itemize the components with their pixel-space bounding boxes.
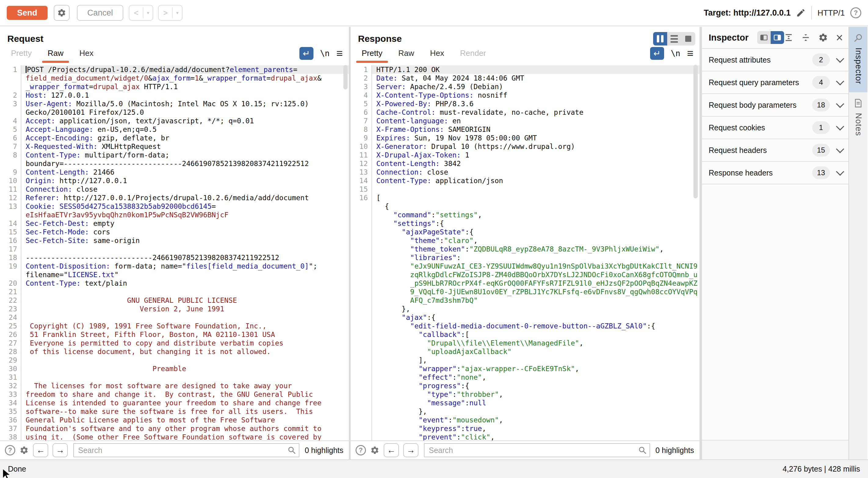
- code-line[interactable]: 9_VQqLf0-JjUEwn8U1ov0EY_rZPBLJ1Yc7KLFsfq…: [351, 288, 700, 296]
- response-tab-render[interactable]: Render: [452, 49, 494, 63]
- code-line[interactable]: "settings":{: [351, 219, 700, 228]
- code-line[interactable]: 25 Copyright (C) 1989, 1991 Free Softwar…: [0, 322, 349, 330]
- request-tab-raw[interactable]: Raw: [40, 49, 71, 63]
- layout-single-button[interactable]: [681, 32, 695, 46]
- code-line[interactable]: 14Sec-Fetch-Dest: empty: [0, 219, 349, 228]
- inspector-settings-gear-icon[interactable]: [818, 33, 828, 42]
- search-settings-gear-icon[interactable]: [20, 446, 29, 455]
- code-line[interactable]: 23 Version 2, June 1991: [0, 305, 349, 313]
- layout-columns-button[interactable]: [653, 32, 667, 46]
- code-line[interactable]: "prevent":"click",: [351, 433, 700, 441]
- code-line[interactable]: 15: [351, 185, 700, 193]
- request-tab-pretty[interactable]: Pretty: [3, 49, 40, 63]
- word-wrap-toggle-button[interactable]: ↵: [650, 47, 664, 60]
- code-line[interactable]: zqRlkgDdlcFWZoISJP8-ZM40dBBQoOrbX7DYsLJ2…: [351, 270, 700, 279]
- code-line[interactable]: ],: [351, 356, 700, 364]
- code-line[interactable]: 19Content-Disposition: form-data; name="…: [0, 262, 349, 270]
- code-line[interactable]: 13Connection: close: [351, 168, 700, 176]
- request-tab-hex[interactable]: Hex: [71, 49, 101, 63]
- inspector-section-request-cookies[interactable]: Request cookies1: [702, 117, 848, 139]
- edit-target-pencil-icon[interactable]: [796, 8, 806, 18]
- word-wrap-toggle-button[interactable]: ↵: [300, 47, 313, 60]
- search-next-button[interactable]: →: [53, 443, 68, 457]
- response-tab-pretty[interactable]: Pretty: [354, 49, 390, 63]
- inspector-section-response-headers[interactable]: Response headers13: [702, 162, 848, 184]
- dock-left-button[interactable]: [757, 31, 771, 44]
- code-line[interactable]: 26 51 Franklin Street, Fifth Floor, Bost…: [0, 330, 349, 339]
- code-line[interactable]: 2Date: Sat, 04 May 2024 18:44:06 GMT: [351, 74, 700, 82]
- search-next-button[interactable]: →: [403, 443, 418, 457]
- code-line[interactable]: 8X-Frame-Options: SAMEORIGIN: [351, 125, 700, 134]
- code-line[interactable]: 14Content-Type: application/json: [351, 176, 700, 185]
- code-line[interactable]: 4Accept: application/json, text/javascri…: [0, 117, 349, 125]
- expand-all-icon[interactable]: [784, 33, 793, 42]
- dock-right-button[interactable]: [771, 31, 784, 44]
- code-line[interactable]: "callback":[: [351, 330, 700, 339]
- code-line[interactable]: 20Content-Type: text/plain: [0, 279, 349, 288]
- code-line[interactable]: 18------------------------------24661907…: [0, 253, 349, 262]
- code-line[interactable]: },: [351, 305, 700, 313]
- code-line[interactable]: 24: [0, 313, 349, 322]
- show-newlines-toggle[interactable]: \n: [320, 49, 330, 58]
- code-line[interactable]: 11X-Drupal-Ajax-Token: 1: [351, 151, 700, 159]
- code-line[interactable]: 13Cookie: SESS05d4275ca1538832b5ab92000b…: [0, 202, 349, 211]
- response-editor[interactable]: 1HTTP/1.1 200 OK2Date: Sat, 04 May 2024 …: [351, 63, 700, 441]
- search-settings-gear-icon[interactable]: [370, 446, 379, 455]
- close-icon[interactable]: ×: [836, 31, 843, 43]
- code-line[interactable]: 30 Preamble: [0, 364, 349, 373]
- inspector-section-request-headers[interactable]: Request headers15: [702, 139, 848, 162]
- layout-rows-button[interactable]: [667, 32, 681, 46]
- code-line[interactable]: 29: [0, 356, 349, 364]
- code-line[interactable]: 5X-Powered-By: PHP/8.3.6: [351, 99, 700, 108]
- code-line[interactable]: boundary=----------------------------246…: [0, 159, 349, 168]
- inspector-section-request-query-parameters[interactable]: Request query parameters4: [702, 71, 848, 94]
- code-line[interactable]: "libraries":: [351, 253, 700, 262]
- code-line[interactable]: "theme":"claro",: [351, 236, 700, 245]
- code-line[interactable]: 38using it. (Some other Free Software Fo…: [0, 433, 349, 441]
- send-settings-button[interactable]: [54, 5, 70, 21]
- show-newlines-toggle[interactable]: \n: [671, 49, 680, 58]
- code-line[interactable]: "ajaxPageState":{: [351, 228, 700, 236]
- code-line[interactable]: "uploadAjaxCallback": [351, 347, 700, 356]
- code-line[interactable]: 37Foundation's software and to any other…: [0, 424, 349, 433]
- code-line[interactable]: Gecko/20100101 Firefox/125.0: [0, 108, 349, 117]
- request-search-input[interactable]: [73, 443, 300, 457]
- code-line[interactable]: "edit-field-media-document-0-remove-butt…: [351, 322, 700, 330]
- response-search-input[interactable]: [424, 443, 650, 457]
- code-line[interactable]: 28 of this license document, but changin…: [0, 347, 349, 356]
- code-line[interactable]: 32 The licenses for most software are de…: [0, 382, 349, 390]
- next-request-button[interactable]: > ▼: [158, 5, 183, 21]
- code-line[interactable]: "type":"throbber",: [351, 390, 700, 399]
- code-line[interactable]: "Drupal\\file\\Element\\ManagedFile",: [351, 339, 700, 347]
- code-line[interactable]: 36General Public License applies to most…: [0, 416, 349, 424]
- code-line[interactable]: 22 GNU GENERAL PUBLIC LICENSE: [0, 296, 349, 305]
- code-line[interactable]: 11Connection: close: [0, 185, 349, 193]
- help-icon[interactable]: ?: [850, 7, 861, 18]
- send-button[interactable]: Send: [7, 6, 48, 20]
- inspector-section-request-attributes[interactable]: Request attributes2: [702, 49, 848, 71]
- panel-divider[interactable]: [700, 27, 702, 459]
- search-prev-button[interactable]: ←: [384, 443, 399, 457]
- previous-request-button[interactable]: < ▼: [129, 5, 153, 21]
- editor-menu-icon[interactable]: ≡: [336, 48, 343, 59]
- http-version-selector[interactable]: HTTP/1: [817, 8, 845, 18]
- code-line[interactable]: _wrapper_format=drupal_ajax HTTP/1.1: [0, 82, 349, 91]
- search-help-icon[interactable]: ?: [355, 445, 366, 455]
- code-line[interactable]: 21: [0, 288, 349, 296]
- code-line[interactable]: },: [351, 407, 700, 416]
- code-line[interactable]: AFQ_c7md3shm7bQ": [351, 296, 700, 305]
- code-line[interactable]: 1HTTP/1.1 200 OK: [351, 65, 700, 74]
- code-line[interactable]: "effect":"none",: [351, 373, 700, 382]
- code-line[interactable]: 2Host: 127.0.0.1: [0, 91, 349, 99]
- code-line[interactable]: 4X-Content-Type-Options: nosniff: [351, 91, 700, 99]
- code-line[interactable]: "progress":{: [351, 382, 700, 390]
- code-line[interactable]: 33freedom to share and change it. By con…: [0, 390, 349, 399]
- code-line[interactable]: 17: [0, 245, 349, 253]
- code-line[interactable]: {: [351, 202, 700, 211]
- inspector-section-request-body-parameters[interactable]: Request body parameters18: [702, 94, 848, 117]
- code-line[interactable]: 15Sec-Fetch-Mode: cors: [0, 228, 349, 236]
- code-line[interactable]: field_media_document/widget/0&ajax_form=…: [0, 74, 349, 82]
- code-line[interactable]: 3Server: Apache/2.4.59 (Debian): [351, 82, 700, 91]
- response-tab-raw[interactable]: Raw: [390, 49, 422, 63]
- code-line[interactable]: "event":"mousedown",: [351, 416, 700, 424]
